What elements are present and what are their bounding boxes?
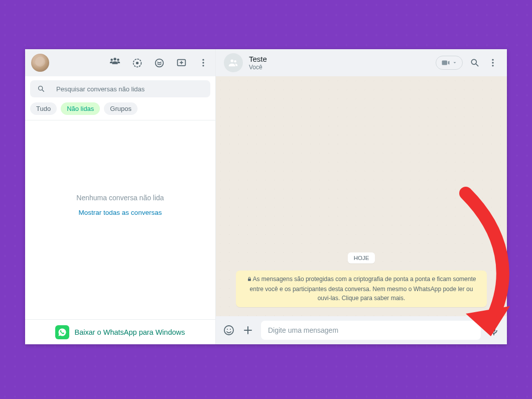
channels-icon[interactable] — [153, 57, 165, 69]
search-row: Pesquisar conversas não lidas — [25, 76, 215, 99]
app-window: Pesquisar conversas não lidas Tudo Não l… — [25, 49, 507, 344]
empty-chat-list: Nenhuma conversa não lida Mostrar todas … — [25, 120, 215, 319]
video-call-button[interactable] — [436, 56, 463, 70]
new-chat-icon[interactable] — [175, 57, 187, 69]
user-avatar[interactable] — [31, 54, 49, 72]
svg-point-14 — [224, 326, 233, 335]
communities-icon[interactable] — [109, 57, 121, 69]
status-icon[interactable] — [131, 57, 143, 69]
filter-chips: Tudo Não lidas Grupos — [25, 99, 215, 120]
sidebar-header-actions — [109, 57, 209, 69]
emoji-icon[interactable] — [223, 324, 235, 336]
svg-point-7 — [39, 86, 43, 90]
svg-point-5 — [202, 62, 204, 63]
search-placeholder-text: Pesquisar conversas não lidas — [56, 85, 145, 93]
mic-icon[interactable] — [488, 324, 500, 336]
chat-header: Teste Você — [216, 49, 507, 76]
conversation-area: HOJE As mensagens são protegidas com a c… — [216, 76, 507, 316]
filter-unread[interactable]: Não lidas — [61, 102, 100, 115]
message-input[interactable]: Digite uma mensagem — [261, 321, 481, 340]
svg-point-15 — [227, 329, 228, 330]
encryption-text: As mensagens são protegidas com a cripto… — [250, 276, 476, 302]
chat-avatar[interactable] — [224, 53, 243, 72]
chat-panel: Teste Você HOJE As mensagens são protegi… — [216, 49, 507, 344]
svg-point-16 — [230, 329, 231, 330]
filter-groups[interactable]: Grupos — [104, 102, 138, 115]
chat-search-icon[interactable] — [469, 57, 481, 69]
video-icon — [441, 58, 450, 67]
whatsapp-logo-icon — [55, 325, 69, 339]
search-input[interactable]: Pesquisar conversas não lidas — [30, 80, 210, 97]
svg-point-13 — [492, 65, 493, 66]
svg-point-11 — [492, 59, 493, 61]
svg-point-1 — [136, 61, 138, 64]
lock-icon — [247, 275, 252, 285]
svg-point-6 — [202, 65, 204, 66]
download-text: Baixar o WhatsApp para Windows — [74, 328, 185, 336]
message-composer: Digite uma mensagem — [216, 316, 507, 344]
encryption-notice[interactable]: As mensagens são protegidas com a cripto… — [236, 271, 487, 307]
svg-point-12 — [492, 62, 493, 63]
svg-point-9 — [234, 60, 236, 63]
sidebar: Pesquisar conversas não lidas Tudo Não l… — [25, 49, 216, 344]
sidebar-header — [25, 49, 215, 76]
date-separator: HOJE — [348, 252, 375, 263]
show-all-link[interactable]: Mostrar todas as conversas — [79, 209, 162, 216]
message-placeholder: Digite uma mensagem — [268, 326, 338, 334]
chat-subtitle: Você — [249, 64, 267, 71]
menu-icon[interactable] — [197, 57, 209, 69]
download-banner[interactable]: Baixar o WhatsApp para Windows — [25, 319, 215, 344]
chat-menu-icon[interactable] — [487, 57, 499, 69]
attach-icon[interactable] — [242, 324, 254, 336]
svg-point-4 — [202, 59, 204, 61]
chat-title: Teste — [249, 55, 267, 63]
filter-all[interactable]: Tudo — [30, 102, 57, 115]
search-icon — [37, 85, 45, 93]
svg-point-8 — [231, 60, 234, 63]
empty-message: Nenhuma conversa não lida — [76, 194, 164, 202]
svg-point-10 — [471, 59, 476, 64]
chat-title-block[interactable]: Teste Você — [249, 55, 267, 71]
chevron-down-icon — [452, 60, 457, 65]
